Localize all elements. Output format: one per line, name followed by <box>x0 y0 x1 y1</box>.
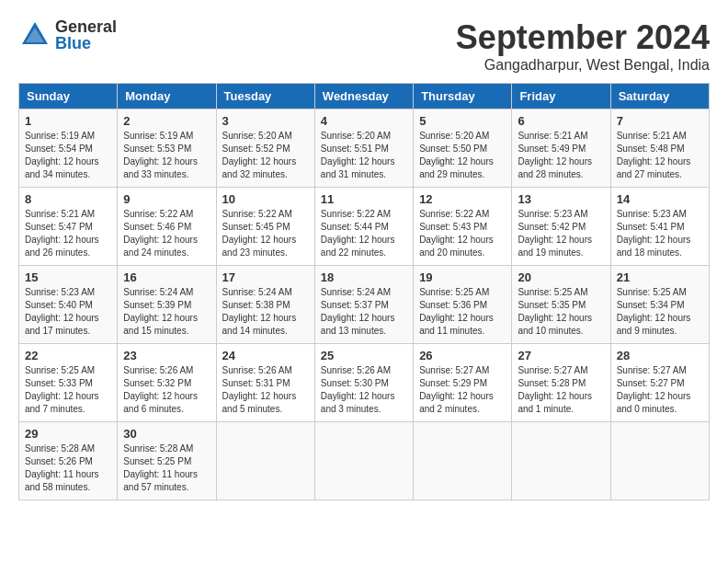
day-info: Sunrise: 5:22 AM Sunset: 5:45 PM Dayligh… <box>222 208 309 259</box>
day-info: Sunrise: 5:26 AM Sunset: 5:30 PM Dayligh… <box>321 364 407 416</box>
day-info: Sunrise: 5:27 AM Sunset: 5:29 PM Dayligh… <box>419 364 506 416</box>
day-number: 27 <box>518 349 604 362</box>
column-header-saturday: Saturday <box>610 84 709 109</box>
calendar-cell: 3Sunrise: 5:20 AM Sunset: 5:52 PM Daylig… <box>216 109 314 188</box>
day-info: Sunrise: 5:23 AM Sunset: 5:41 PM Dayligh… <box>617 208 703 259</box>
week-row-1: 1Sunrise: 5:19 AM Sunset: 5:54 PM Daylig… <box>19 109 710 188</box>
day-info: Sunrise: 5:19 AM Sunset: 5:54 PM Dayligh… <box>25 130 111 181</box>
page-header: General Blue September 2024 Gangadharpur… <box>18 18 710 74</box>
day-number: 30 <box>123 427 210 441</box>
calendar-cell: 8Sunrise: 5:21 AM Sunset: 5:47 PM Daylig… <box>19 188 118 266</box>
week-row-5: 29Sunrise: 5:28 AM Sunset: 5:26 PM Dayli… <box>19 422 710 500</box>
day-info: Sunrise: 5:25 AM Sunset: 5:33 PM Dayligh… <box>25 364 111 416</box>
calendar-cell: 16Sunrise: 5:24 AM Sunset: 5:39 PM Dayli… <box>118 266 216 344</box>
day-number: 20 <box>518 270 604 284</box>
day-info: Sunrise: 5:21 AM Sunset: 5:47 PM Dayligh… <box>25 208 111 259</box>
day-number: 12 <box>419 192 506 206</box>
day-info: Sunrise: 5:20 AM Sunset: 5:51 PM Dayligh… <box>321 130 407 181</box>
day-number: 14 <box>617 192 703 206</box>
day-number: 25 <box>321 349 407 362</box>
column-header-wednesday: Wednesday <box>314 84 413 109</box>
day-number: 22 <box>25 349 111 362</box>
calendar-cell <box>414 422 512 500</box>
calendar-cell: 6Sunrise: 5:21 AM Sunset: 5:49 PM Daylig… <box>512 109 610 188</box>
calendar-cell <box>314 422 413 500</box>
day-number: 28 <box>617 349 703 362</box>
day-number: 29 <box>25 427 111 441</box>
calendar-cell <box>216 422 314 500</box>
day-info: Sunrise: 5:25 AM Sunset: 5:34 PM Dayligh… <box>617 286 703 338</box>
day-info: Sunrise: 5:28 AM Sunset: 5:25 PM Dayligh… <box>123 442 210 494</box>
day-info: Sunrise: 5:26 AM Sunset: 5:32 PM Dayligh… <box>123 364 210 416</box>
day-number: 8 <box>25 192 111 206</box>
day-number: 3 <box>222 114 309 128</box>
day-info: Sunrise: 5:21 AM Sunset: 5:49 PM Dayligh… <box>518 130 604 181</box>
calendar-cell: 24Sunrise: 5:26 AM Sunset: 5:31 PM Dayli… <box>216 344 314 422</box>
day-info: Sunrise: 5:25 AM Sunset: 5:36 PM Dayligh… <box>419 286 506 338</box>
calendar-cell: 14Sunrise: 5:23 AM Sunset: 5:41 PM Dayli… <box>610 188 709 266</box>
column-header-tuesday: Tuesday <box>216 84 314 109</box>
day-info: Sunrise: 5:20 AM Sunset: 5:50 PM Dayligh… <box>419 130 506 181</box>
day-info: Sunrise: 5:27 AM Sunset: 5:27 PM Dayligh… <box>617 364 703 416</box>
week-row-3: 15Sunrise: 5:23 AM Sunset: 5:40 PM Dayli… <box>19 266 710 344</box>
calendar-table: SundayMondayTuesdayWednesdayThursdayFrid… <box>18 83 710 500</box>
calendar-cell <box>610 422 709 500</box>
calendar-cell: 15Sunrise: 5:23 AM Sunset: 5:40 PM Dayli… <box>19 266 118 344</box>
day-number: 16 <box>123 270 210 284</box>
day-info: Sunrise: 5:19 AM Sunset: 5:53 PM Dayligh… <box>123 130 210 181</box>
day-info: Sunrise: 5:22 AM Sunset: 5:44 PM Dayligh… <box>321 208 407 259</box>
calendar-cell: 1Sunrise: 5:19 AM Sunset: 5:54 PM Daylig… <box>19 109 118 188</box>
day-number: 5 <box>419 114 506 128</box>
calendar-cell: 5Sunrise: 5:20 AM Sunset: 5:50 PM Daylig… <box>414 109 512 188</box>
calendar-cell: 12Sunrise: 5:22 AM Sunset: 5:43 PM Dayli… <box>414 188 512 266</box>
day-number: 7 <box>617 114 703 128</box>
column-header-sunday: Sunday <box>19 84 118 109</box>
calendar-cell: 10Sunrise: 5:22 AM Sunset: 5:45 PM Dayli… <box>216 188 314 266</box>
logo-text: General Blue <box>55 18 117 52</box>
month-title: September 2024 <box>456 18 710 57</box>
day-number: 23 <box>123 349 210 362</box>
day-number: 24 <box>222 349 309 362</box>
calendar-cell: 9Sunrise: 5:22 AM Sunset: 5:46 PM Daylig… <box>118 188 216 266</box>
calendar-cell: 20Sunrise: 5:25 AM Sunset: 5:35 PM Dayli… <box>512 266 610 344</box>
calendar-cell: 25Sunrise: 5:26 AM Sunset: 5:30 PM Dayli… <box>314 344 413 422</box>
logo-general: General <box>55 18 117 35</box>
day-info: Sunrise: 5:28 AM Sunset: 5:26 PM Dayligh… <box>25 442 111 494</box>
day-info: Sunrise: 5:20 AM Sunset: 5:52 PM Dayligh… <box>222 130 309 181</box>
day-info: Sunrise: 5:22 AM Sunset: 5:43 PM Dayligh… <box>419 208 506 259</box>
week-row-4: 22Sunrise: 5:25 AM Sunset: 5:33 PM Dayli… <box>19 344 710 422</box>
calendar-cell: 13Sunrise: 5:23 AM Sunset: 5:42 PM Dayli… <box>512 188 610 266</box>
day-info: Sunrise: 5:24 AM Sunset: 5:38 PM Dayligh… <box>222 286 309 338</box>
day-number: 10 <box>222 192 309 206</box>
day-info: Sunrise: 5:24 AM Sunset: 5:37 PM Dayligh… <box>321 286 407 338</box>
day-info: Sunrise: 5:23 AM Sunset: 5:40 PM Dayligh… <box>25 286 111 338</box>
calendar-cell: 7Sunrise: 5:21 AM Sunset: 5:48 PM Daylig… <box>610 109 709 188</box>
day-info: Sunrise: 5:24 AM Sunset: 5:39 PM Dayligh… <box>123 286 210 338</box>
calendar-cell <box>512 422 610 500</box>
day-number: 15 <box>25 270 111 284</box>
day-info: Sunrise: 5:23 AM Sunset: 5:42 PM Dayligh… <box>518 208 604 259</box>
calendar-cell: 28Sunrise: 5:27 AM Sunset: 5:27 PM Dayli… <box>610 344 709 422</box>
calendar-cell: 19Sunrise: 5:25 AM Sunset: 5:36 PM Dayli… <box>414 266 512 344</box>
calendar-cell: 29Sunrise: 5:28 AM Sunset: 5:26 PM Dayli… <box>19 422 118 500</box>
day-number: 2 <box>123 114 210 128</box>
column-header-friday: Friday <box>512 84 610 109</box>
day-number: 6 <box>518 114 604 128</box>
day-number: 11 <box>321 192 407 206</box>
day-number: 26 <box>419 349 506 362</box>
logo-icon <box>18 18 51 52</box>
calendar-cell: 26Sunrise: 5:27 AM Sunset: 5:29 PM Dayli… <box>414 344 512 422</box>
logo: General Blue <box>18 18 117 52</box>
calendar-cell: 22Sunrise: 5:25 AM Sunset: 5:33 PM Dayli… <box>19 344 118 422</box>
day-info: Sunrise: 5:25 AM Sunset: 5:35 PM Dayligh… <box>518 286 604 338</box>
day-info: Sunrise: 5:27 AM Sunset: 5:28 PM Dayligh… <box>518 364 604 416</box>
logo-blue: Blue <box>55 35 117 52</box>
calendar-cell: 21Sunrise: 5:25 AM Sunset: 5:34 PM Dayli… <box>610 266 709 344</box>
calendar-cell: 11Sunrise: 5:22 AM Sunset: 5:44 PM Dayli… <box>314 188 413 266</box>
day-number: 9 <box>123 192 210 206</box>
day-info: Sunrise: 5:26 AM Sunset: 5:31 PM Dayligh… <box>222 364 309 416</box>
calendar-cell: 27Sunrise: 5:27 AM Sunset: 5:28 PM Dayli… <box>512 344 610 422</box>
day-number: 13 <box>518 192 604 206</box>
location: Gangadharpur, West Bengal, India <box>456 57 710 74</box>
day-info: Sunrise: 5:21 AM Sunset: 5:48 PM Dayligh… <box>617 130 703 181</box>
